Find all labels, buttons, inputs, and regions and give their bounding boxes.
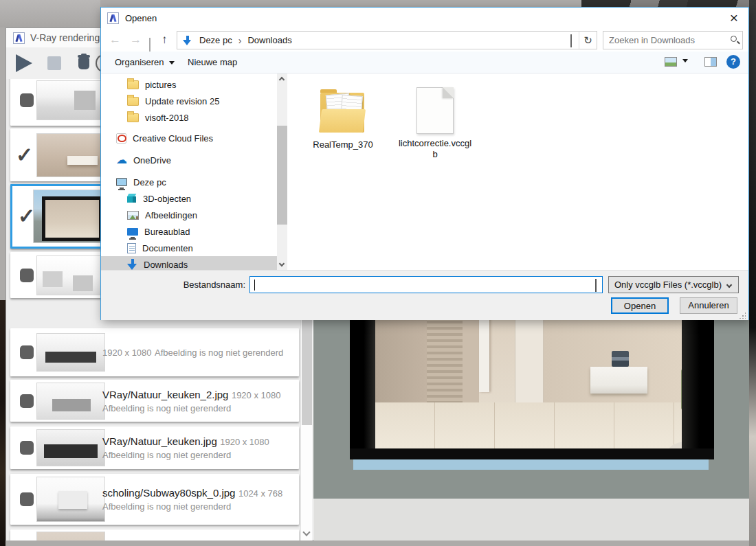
open-button[interactable]: Openen bbox=[611, 297, 669, 314]
item-checkbox-unchecked[interactable] bbox=[20, 492, 34, 506]
change-view-icon[interactable] bbox=[665, 57, 677, 67]
search-icon[interactable] bbox=[730, 35, 740, 45]
item-status: Afbeelding is nog niet gerenderd bbox=[155, 348, 283, 358]
item-thumbnail bbox=[36, 255, 105, 295]
search-box[interactable] bbox=[603, 31, 743, 49]
dialog-navigation-bar: ← → ↑ Deze pc › Downloads ↻ bbox=[101, 29, 748, 52]
scroll-up-icon[interactable] bbox=[279, 77, 285, 82]
screen: V-Ray rendering queue bbox=[0, 0, 756, 546]
filename-input[interactable] bbox=[250, 280, 590, 290]
sidebar-item-visoft-2018[interactable]: visoft-2018 bbox=[101, 109, 277, 126]
downloads-arrow-icon bbox=[127, 259, 137, 270]
item-checkbox-unchecked[interactable] bbox=[20, 441, 34, 455]
item-checkbox-unchecked[interactable] bbox=[20, 269, 34, 282]
text-cursor bbox=[254, 280, 255, 291]
item-text: scholing/Subway80spk_0.jpg 1024 x 768 Af… bbox=[102, 486, 295, 513]
new-folder-button[interactable]: Nieuwe map bbox=[188, 57, 237, 67]
dialog-footer: Bestandsnaam: Only vccglb Files (*.vccgl… bbox=[101, 270, 748, 320]
sidebar-item-update-revision-25[interactable]: Update revision 25 bbox=[101, 93, 277, 109]
render-folded-towels bbox=[612, 351, 629, 367]
item-size: 1920 x 1080 bbox=[102, 348, 152, 358]
delete-item-button[interactable] bbox=[78, 54, 90, 69]
close-icon[interactable]: × bbox=[725, 9, 743, 27]
item-checkmark-icon[interactable]: ✓ bbox=[16, 145, 33, 166]
help-icon[interactable]: ? bbox=[726, 55, 740, 69]
filename-dropdown-icon[interactable] bbox=[590, 279, 602, 291]
item-thumbnail bbox=[36, 133, 105, 177]
resize-grip[interactable] bbox=[739, 312, 746, 319]
address-dropdown-icon[interactable] bbox=[564, 34, 579, 47]
item-size: 1920 x 1080 bbox=[220, 437, 269, 447]
sidebar-item-pictures[interactable]: pictures bbox=[101, 76, 277, 93]
queue-item[interactable]: VRay/Natuur_keuken_2.jpg 1920 x 1080 Afb… bbox=[10, 380, 299, 422]
open-file-dialog: Openen × ← → ↑ Deze pc › Downloads ↻ Org… bbox=[100, 7, 749, 320]
item-size: 1920 x 1080 bbox=[232, 389, 281, 400]
filename-combobox[interactable] bbox=[249, 276, 603, 293]
dialog-body: pictures Update revision 25 visoft-2018 … bbox=[101, 73, 748, 270]
sidebar-scrollbar[interactable] bbox=[277, 73, 287, 270]
trash-body bbox=[78, 58, 89, 69]
sidebar-item-onedrive[interactable]: ☁OneDrive bbox=[101, 152, 277, 168]
computer-icon bbox=[116, 178, 127, 186]
forward-arrow-icon[interactable]: → bbox=[130, 31, 142, 49]
desktop-wallpaper-right-edge bbox=[749, 0, 756, 546]
sidebar-item-afbeeldingen[interactable]: Afbeeldingen bbox=[101, 207, 277, 223]
file-item-vccglb[interactable]: lichtcorrectie.vccglb bbox=[397, 87, 474, 160]
breadcrumb-downloads[interactable]: Downloads bbox=[245, 35, 294, 45]
search-input[interactable] bbox=[603, 35, 730, 45]
sidebar-item-3d-objecten[interactable]: 3D-objecten bbox=[101, 190, 277, 207]
filetype-dropdown[interactable]: Only vccglb Files (*.vccglb) bbox=[608, 276, 739, 293]
refresh-icon[interactable]: ↻ bbox=[579, 32, 597, 49]
scroll-down-icon[interactable] bbox=[279, 261, 285, 266]
file-item-folder[interactable]: RealTemp_370 bbox=[304, 83, 381, 150]
sidebar-scrollbar-thumb[interactable] bbox=[277, 126, 287, 225]
breadcrumb-deze-pc[interactable]: Deze pc bbox=[197, 35, 235, 45]
3d-cube-icon bbox=[127, 194, 137, 203]
dialog-titlebar[interactable]: Openen × bbox=[101, 8, 748, 28]
item-status: Afbeelding is nog niet gerenderd bbox=[102, 501, 231, 512]
breadcrumb-separator-icon: › bbox=[235, 35, 245, 46]
filename-label: Bestandsnaam: bbox=[101, 280, 245, 290]
item-name: VRay/Natuur_keuken_2.jpg bbox=[102, 388, 228, 400]
sidebar-item-bureaublad[interactable]: Bureaublad bbox=[101, 223, 277, 240]
view-dropdown-icon[interactable] bbox=[682, 59, 688, 62]
item-text: VRay/Natuur_keuken_2.jpg 1920 x 1080 Afb… bbox=[102, 387, 295, 414]
stop-render-button[interactable] bbox=[47, 56, 61, 70]
file-name: RealTemp_370 bbox=[304, 139, 381, 150]
item-thumbnail bbox=[33, 190, 104, 243]
address-bar[interactable]: Deze pc › Downloads ↻ bbox=[177, 31, 597, 49]
queue-scrollbar-thumb[interactable] bbox=[302, 317, 312, 425]
file-name: lichtcorrectie.vccglb bbox=[397, 138, 474, 160]
scroll-down-icon[interactable] bbox=[302, 528, 310, 536]
item-text: 1920 x 1080 Afbeelding is nog niet geren… bbox=[102, 345, 295, 359]
item-checkbox-unchecked[interactable] bbox=[20, 93, 34, 107]
folder-icon bbox=[127, 113, 139, 122]
render-blue-strip bbox=[353, 459, 709, 470]
item-checkbox-unchecked[interactable] bbox=[20, 345, 34, 359]
sidebar-item-creative-cloud-files[interactable]: Creative Cloud Files bbox=[101, 130, 277, 146]
desktop-background-top-left bbox=[0, 0, 100, 27]
item-thumbnail bbox=[36, 429, 105, 466]
filetype-value: Only vccglb Files (*.vccglb) bbox=[614, 280, 722, 290]
queue-item[interactable]: scholing/Subway80spk_0.jpg 1024 x 768 Af… bbox=[10, 474, 299, 525]
folder-icon bbox=[127, 80, 139, 89]
item-name: VRay/Natuur_keuken.jpg bbox=[102, 435, 217, 447]
item-size: 1024 x 768 bbox=[238, 488, 282, 499]
preview-pane-icon[interactable] bbox=[704, 57, 717, 67]
play-render-button[interactable] bbox=[16, 54, 32, 72]
file-list-area[interactable]: RealTemp_370 lichtcorrectie.vccglb bbox=[296, 73, 740, 270]
item-text: VRay/Natuur_keuken.jpg 1920 x 1080 Afbee… bbox=[102, 435, 295, 462]
item-checkbox-unchecked[interactable] bbox=[20, 394, 34, 408]
back-arrow-icon[interactable]: ← bbox=[109, 31, 121, 49]
up-folder-icon[interactable]: ↑ bbox=[162, 31, 168, 49]
queue-item[interactable]: 1920 x 1080 Afbeelding is nog niet geren… bbox=[10, 328, 299, 376]
sidebar-item-documenten[interactable]: Documenten bbox=[101, 240, 277, 256]
item-thumbnail bbox=[36, 80, 105, 120]
queue-item[interactable]: ✓ scholing/Subway80spk_1.jpg 1024 x 768 bbox=[10, 530, 299, 541]
queue-item[interactable]: VRay/Natuur_keuken.jpg 1920 x 1080 Afbee… bbox=[10, 426, 299, 469]
organize-menu-button[interactable]: Organiseren bbox=[115, 57, 175, 67]
render-frame-bottom bbox=[350, 448, 714, 459]
cancel-button[interactable]: Annuleren bbox=[680, 297, 737, 314]
downloads-folder-icon bbox=[183, 36, 192, 45]
sidebar-item-deze-pc[interactable]: Deze pc bbox=[101, 174, 277, 190]
